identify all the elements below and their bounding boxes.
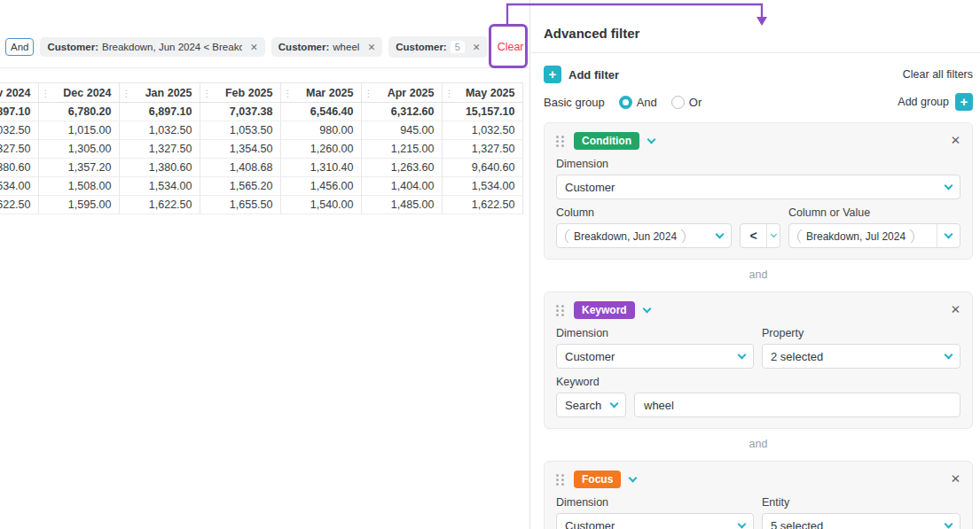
- filter-chip-focus[interactable]: Customer: 5 ✕: [388, 36, 487, 58]
- chevron-down-icon: [738, 351, 747, 360]
- radio-and[interactable]: And: [619, 96, 657, 109]
- radio-and-icon[interactable]: [619, 96, 632, 109]
- column-select[interactable]: Breakdown, Jun 2024: [556, 223, 732, 248]
- drag-handle-icon[interactable]: [556, 305, 564, 316]
- table-row: 1,380.60 1,357.20 1,380.60 1,408.68 1,31…: [0, 159, 522, 177]
- keyword-label: Keyword: [556, 376, 960, 388]
- chip-label: Customer:: [47, 42, 98, 52]
- remove-filter-icon[interactable]: ✕: [367, 42, 375, 52]
- filter-chip-condition[interactable]: Customer: Breakdown, Jun 2024 < Breakdow…: [40, 37, 264, 57]
- close-icon[interactable]: ✕: [951, 304, 960, 316]
- app-root: And Customer: Breakdown, Jun 2024 < Brea…: [0, 0, 980, 529]
- property-select[interactable]: 2 selected: [762, 344, 960, 369]
- advanced-filter-panel: Advanced filter + Add filter Clear all f…: [529, 0, 980, 529]
- group-separator: and: [544, 438, 973, 450]
- filter-type-badge[interactable]: Keyword: [574, 301, 635, 319]
- operator-select[interactable]: <: [740, 223, 780, 248]
- entity-label: Entity: [762, 496, 960, 509]
- chevron-down-icon: [945, 351, 953, 360]
- chevron-down-icon: [716, 230, 725, 239]
- filter-card-keyword: Keyword ✕ Dimension Customer Property: [544, 292, 973, 429]
- chevron-down-icon: [610, 400, 619, 408]
- column-header-mar-2025[interactable]: ⋮Mar 2025: [280, 83, 361, 103]
- entity-select[interactable]: 5 selected: [762, 513, 960, 529]
- column-header-feb-2025[interactable]: ⋮Feb 2025: [200, 83, 280, 103]
- column-or-value-select[interactable]: Breakdown, Jul 2024: [788, 223, 960, 248]
- basic-group-label: Basic group: [544, 96, 605, 109]
- drag-handle-icon[interactable]: [556, 136, 564, 147]
- add-group-button[interactable]: +: [955, 93, 973, 111]
- add-filter-button[interactable]: +: [544, 66, 561, 83]
- column-label: Column: [556, 206, 732, 219]
- column-header-may-2025[interactable]: ⋮May 2025: [442, 83, 522, 103]
- column-menu-icon[interactable]: ⋮: [365, 88, 373, 97]
- chevron-down-icon: [945, 520, 953, 529]
- table-row-total: 6,897.10 6,780.20 6,897.10 7,037.38 6,54…: [0, 103, 522, 121]
- report-pane: And Customer: Breakdown, Jun 2024 < Brea…: [0, 0, 529, 529]
- close-icon[interactable]: ✕: [951, 135, 960, 147]
- dimension-select[interactable]: Customer: [556, 344, 754, 369]
- applied-filters-bar: And Customer: Breakdown, Jun 2024 < Brea…: [0, 27, 529, 68]
- chevron-down-icon: [770, 231, 776, 237]
- drag-handle-icon[interactable]: [556, 474, 564, 486]
- close-icon[interactable]: ✕: [951, 473, 960, 486]
- filter-logic-chip[interactable]: And: [5, 38, 34, 56]
- table-header-row: Nov 2024 ⋮Dec 2024 ⋮Jan 2025 ⋮Feb 2025 ⋮…: [0, 83, 522, 103]
- column-or-value-label: Column or Value: [788, 206, 960, 219]
- column-menu-icon[interactable]: ⋮: [42, 88, 51, 97]
- search-operator-select[interactable]: Search: [556, 393, 626, 417]
- group-separator: and: [544, 268, 973, 281]
- dimension-label: Dimension: [556, 327, 754, 339]
- dimension-label: Dimension: [556, 158, 960, 170]
- column-pill: Breakdown, Jun 2024: [565, 229, 686, 243]
- column-header-apr-2025[interactable]: ⋮Apr 2025: [361, 83, 442, 103]
- add-filter-label[interactable]: Add filter: [568, 68, 619, 82]
- column-menu-icon[interactable]: ⋮: [445, 88, 454, 97]
- column-pill: Breakdown, Jul 2024: [797, 229, 914, 243]
- dimension-label: Dimension: [556, 496, 754, 509]
- radio-or-icon[interactable]: [671, 96, 685, 109]
- table-row: 1,032.50 1,015.00 1,032.50 1,053.50 980.…: [0, 121, 522, 140]
- column-menu-icon[interactable]: ⋮: [284, 88, 293, 97]
- column-menu-icon[interactable]: ⋮: [122, 88, 131, 97]
- table-row: 1,622.50 1,595.00 1,622.50 1,655.50 1,54…: [0, 196, 522, 214]
- remove-filter-icon[interactable]: ✕: [473, 42, 481, 52]
- filter-chip-keyword[interactable]: Customer: wheel ✕: [271, 37, 382, 57]
- chip-label: Customer:: [396, 42, 447, 52]
- property-label: Property: [762, 327, 960, 339]
- chevron-down-icon: [945, 182, 953, 191]
- add-group-label[interactable]: Add group: [898, 96, 949, 108]
- chevron-down-icon: [738, 520, 747, 529]
- data-table: Nov 2024 ⋮Dec 2024 ⋮Jan 2025 ⋮Feb 2025 ⋮…: [0, 82, 523, 214]
- clear-filters-link[interactable]: Clear: [498, 41, 524, 53]
- table-row: 1,534.00 1,508.00 1,534.00 1,565.20 1,45…: [0, 177, 522, 196]
- filter-card-focus: Focus ✕ Dimension Customer Entity: [544, 461, 973, 529]
- chevron-down-icon[interactable]: [647, 136, 656, 144]
- chip-value: Breakdown, Jun 2024 < Breakdown, Jul ...: [102, 42, 242, 52]
- chip-count-badge: 5: [451, 41, 465, 53]
- column-header-dec-2024[interactable]: ⋮Dec 2024: [38, 83, 119, 103]
- keyword-input[interactable]: [634, 393, 960, 417]
- dimension-select[interactable]: Customer: [556, 513, 754, 529]
- column-header-jan-2025[interactable]: ⋮Jan 2025: [119, 83, 200, 103]
- chevron-down-icon: [945, 230, 953, 239]
- filter-card-condition: Condition ✕ Dimension Customer Column Br…: [544, 122, 973, 260]
- filter-type-badge[interactable]: Condition: [574, 132, 639, 150]
- chip-value: wheel: [333, 42, 359, 52]
- chip-label: Customer:: [278, 42, 330, 52]
- table-row: 1,327.50 1,305.00 1,327.50 1,354.50 1,26…: [0, 140, 522, 159]
- remove-filter-icon[interactable]: ✕: [250, 42, 258, 52]
- chevron-down-icon[interactable]: [642, 305, 651, 314]
- panel-title: Advanced filter: [530, 0, 980, 53]
- column-header-nov-2024[interactable]: Nov 2024: [0, 83, 38, 103]
- dimension-select[interactable]: Customer: [556, 175, 960, 199]
- filter-type-badge[interactable]: Focus: [574, 471, 621, 488]
- chevron-down-icon[interactable]: [629, 474, 638, 483]
- radio-or[interactable]: Or: [671, 96, 702, 109]
- column-menu-icon[interactable]: ⋮: [203, 88, 212, 97]
- clear-all-filters-link[interactable]: Clear all filters: [903, 68, 973, 81]
